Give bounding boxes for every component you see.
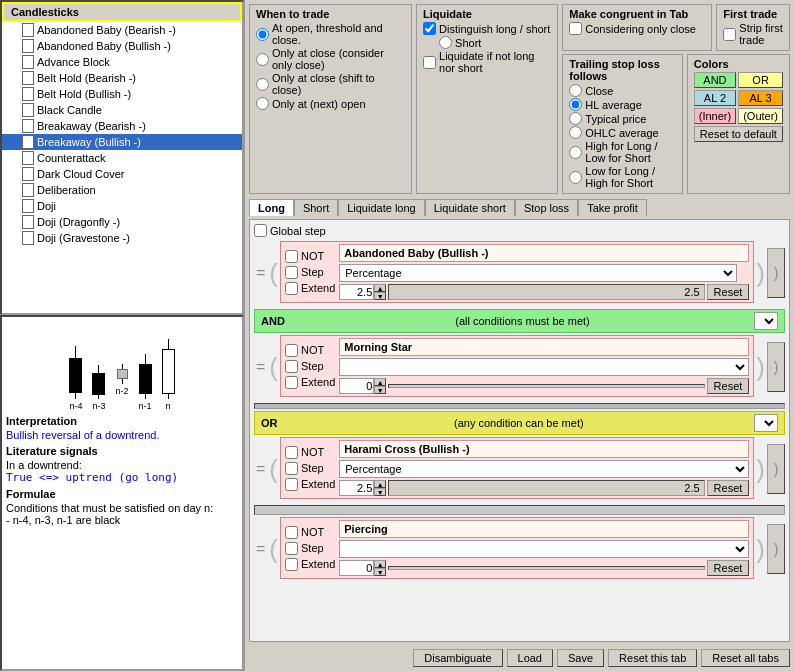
right-btn-1[interactable]: )	[767, 248, 785, 298]
liquidate-checkbox[interactable]	[423, 56, 436, 69]
distinguish-checkbox[interactable]	[423, 22, 436, 35]
doc-icon-3	[22, 71, 34, 85]
cond3-down-btn[interactable]: ▼	[374, 488, 386, 496]
literature-text: In a downtrend:	[6, 459, 238, 471]
cond4-up-btn[interactable]: ▲	[374, 560, 386, 568]
cond1-value-input[interactable]	[339, 284, 374, 300]
cond4-type-select[interactable]	[339, 540, 749, 558]
cond2-down-btn[interactable]: ▼	[374, 386, 386, 394]
color-or-btn[interactable]: OR	[738, 72, 783, 88]
cond1-display-value: 2.5	[388, 284, 704, 300]
cond2-up-btn[interactable]: ▲	[374, 378, 386, 386]
cond2-value-input[interactable]	[339, 378, 374, 394]
reset-all-tabs-btn[interactable]: Reset all tabs	[701, 649, 790, 667]
cond2-reset-btn[interactable]: Reset	[707, 378, 750, 394]
color-and-btn[interactable]: AND	[694, 72, 736, 88]
tab-stop-loss[interactable]: Stop loss	[515, 199, 578, 216]
step-checkbox-1[interactable]	[285, 266, 298, 279]
tree-item-4[interactable]: Belt Hold (Bullish -)	[2, 86, 242, 102]
cond3-up-btn[interactable]: ▲	[374, 480, 386, 488]
tree-item-7[interactable]: Breakaway (Bullish -)	[2, 134, 242, 150]
color-outer-btn[interactable]: (Outer)	[738, 108, 783, 124]
tree-item-12[interactable]: Doji (Dragonfly -)	[2, 214, 242, 230]
color-inner-btn[interactable]: (Inner)	[694, 108, 736, 124]
tree-item-5[interactable]: Black Candle	[2, 102, 242, 118]
not-checkbox-2[interactable]	[285, 344, 298, 357]
cond1-down-btn[interactable]: ▼	[374, 292, 386, 300]
tsl-high-long[interactable]	[569, 146, 582, 159]
not-checkbox-1[interactable]	[285, 250, 298, 263]
wtt-radio-3[interactable]	[256, 97, 269, 110]
right-btn-3[interactable]: )	[767, 444, 785, 494]
cond3-type-select[interactable]: Percentage	[339, 460, 749, 478]
not-checkbox-3[interactable]	[285, 446, 298, 459]
tab-content: Global step = ( NOT Step Extend	[249, 219, 790, 642]
save-btn[interactable]: Save	[557, 649, 604, 667]
wtt-radio-1[interactable]	[256, 53, 269, 66]
tab-liquidate-long[interactable]: Liquidate long	[338, 199, 425, 216]
or-select[interactable]	[754, 414, 778, 432]
tab-long[interactable]: Long	[249, 199, 294, 216]
cond4-value-input[interactable]	[339, 560, 374, 576]
cond1-up-btn[interactable]: ▲	[374, 284, 386, 292]
load-btn[interactable]: Load	[507, 649, 553, 667]
tab-liquidate-short[interactable]: Liquidate short	[425, 199, 515, 216]
tab-take-profit[interactable]: Take profit	[578, 199, 647, 216]
and-label: AND	[261, 315, 285, 327]
color-al3-btn[interactable]: AL 3	[738, 90, 783, 106]
extend-checkbox-3[interactable]	[285, 478, 298, 491]
cond4-down-btn[interactable]: ▼	[374, 568, 386, 576]
tree-item-8[interactable]: Counterattack	[2, 150, 242, 166]
liq-radio-0[interactable]	[439, 36, 452, 49]
tab-short[interactable]: Short	[294, 199, 338, 216]
extend-checkbox-2[interactable]	[285, 376, 298, 389]
cond2-type-select[interactable]	[339, 358, 749, 376]
cond1-type-select[interactable]: Percentage	[339, 264, 737, 282]
wtt-radio-0[interactable]	[256, 28, 269, 41]
right-btn-2[interactable]: )	[767, 342, 785, 392]
reset-this-tab-btn[interactable]: Reset this tab	[608, 649, 697, 667]
tree-item-13[interactable]: Doji (Gravestone -)	[2, 230, 242, 246]
cond3-name: Harami Cross (Bullish -)	[339, 440, 749, 458]
step-checkbox-2[interactable]	[285, 360, 298, 373]
and-select[interactable]	[754, 312, 778, 330]
cond4-reset-btn[interactable]: Reset	[707, 560, 750, 576]
tree-item-1[interactable]: Abandoned Baby (Bullish -)	[2, 38, 242, 54]
liquidate-title: Liquidate	[423, 8, 551, 20]
cond1-reset-btn[interactable]: Reset	[707, 284, 750, 300]
tree-item-10[interactable]: Deliberation	[2, 182, 242, 198]
reset-default-btn[interactable]: Reset to default	[694, 126, 783, 142]
color-al2-btn[interactable]: AL 2	[694, 90, 736, 106]
or-sublabel: (any condition can be met)	[448, 417, 584, 429]
disambiguate-btn[interactable]: Disambiguate	[413, 649, 502, 667]
strip-first-trade-checkbox[interactable]	[723, 28, 736, 41]
wtt-radio-2[interactable]	[256, 78, 269, 91]
cond3-value-input[interactable]	[339, 480, 374, 496]
extend-checkbox-4[interactable]	[285, 558, 298, 571]
tsl-label-hl: HL average	[585, 99, 641, 111]
tree-scroll[interactable]: Abandoned Baby (Bearish -)Abandoned Baby…	[2, 22, 242, 311]
tree-item-11[interactable]: Doji	[2, 198, 242, 214]
candle-label-n1: n-1	[139, 401, 152, 411]
cond3-reset-btn[interactable]: Reset	[707, 480, 750, 496]
extend-checkbox-1[interactable]	[285, 282, 298, 295]
cond2-name: Morning Star	[339, 338, 749, 356]
tsl-low-long[interactable]	[569, 171, 582, 184]
tsl-hl[interactable]	[569, 98, 582, 111]
step-checkbox-4[interactable]	[285, 542, 298, 555]
tsl-close[interactable]	[569, 84, 582, 97]
not-checkbox-4[interactable]	[285, 526, 298, 539]
condition-1-content: NOT Step Extend Abandoned Baby (Bullish …	[280, 241, 754, 305]
tsl-typical[interactable]	[569, 112, 582, 125]
global-step-checkbox[interactable]	[254, 224, 267, 237]
tree-title: Candlesticks	[11, 6, 79, 18]
tree-item-9[interactable]: Dark Cloud Cover	[2, 166, 242, 182]
tree-item-2[interactable]: Advance Block	[2, 54, 242, 70]
tree-item-3[interactable]: Belt Hold (Bearish -)	[2, 70, 242, 86]
congruent-checkbox[interactable]	[569, 22, 582, 35]
tsl-ohlc[interactable]	[569, 126, 582, 139]
right-btn-4[interactable]: )	[767, 524, 785, 574]
tree-item-6[interactable]: Breakaway (Bearish -)	[2, 118, 242, 134]
step-checkbox-3[interactable]	[285, 462, 298, 475]
tree-item-0[interactable]: Abandoned Baby (Bearish -)	[2, 22, 242, 38]
